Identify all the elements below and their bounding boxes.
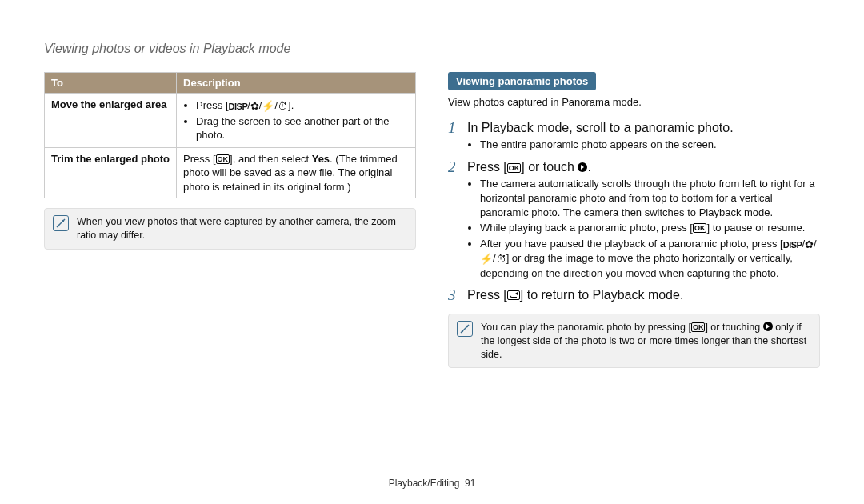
left-note-text: When you view photos that were captured … — [77, 215, 407, 242]
step-3: Press [] to return to Playback mode. — [448, 286, 820, 304]
table-header-description: Description — [177, 72, 416, 94]
table-row: Move the enlarged area Press [DISP/✿/⚡/⏱… — [45, 94, 416, 148]
ok-icon: OK — [216, 154, 230, 164]
step-2-sub-3: After you have paused the playback of a … — [480, 237, 820, 281]
footer-page-number: 91 — [465, 478, 475, 489]
steps-list: In Playback mode, scroll to a panoramic … — [448, 119, 820, 304]
step-1-sub: The entire panoramic photo appears on th… — [480, 138, 820, 152]
flash-icon: ⚡ — [262, 99, 274, 114]
step-1: In Playback mode, scroll to a panoramic … — [448, 119, 820, 152]
step-2-sub-2: While playing back a panoramic photo, pr… — [480, 221, 820, 235]
step-2-sub-1: The camera automatically scrolls through… — [480, 177, 820, 219]
play-icon — [578, 162, 587, 172]
note-icon — [53, 215, 69, 231]
step-2: Press [OK] or touch . The camera automat… — [448, 158, 820, 280]
table-header-to: To — [45, 72, 177, 94]
row-desc-move: Press [DISP/✿/⚡/⏱]. Drag the screen to s… — [177, 94, 416, 148]
table-row: Trim the enlarged photo Press [OK], and … — [45, 147, 416, 198]
flash-icon: ⚡ — [480, 252, 493, 266]
page-footer: Playback/Editing 91 — [0, 477, 864, 490]
svg-point-2 — [62, 220, 64, 222]
ok-icon: OK — [507, 163, 522, 173]
macro-icon: ✿ — [805, 238, 814, 252]
svg-point-1 — [58, 225, 59, 226]
svg-point-4 — [462, 330, 463, 332]
back-icon — [507, 290, 520, 300]
two-column-layout: To Description Move the enlarged area Pr… — [44, 72, 820, 369]
row-move-bullet-2: Drag the screen to see another part of t… — [196, 114, 409, 142]
play-icon — [763, 322, 773, 331]
section-subtext: View photos captured in Panorama mode. — [448, 95, 820, 110]
row-move-bullet-1: Press [DISP/✿/⚡/⏱]. — [196, 98, 409, 114]
left-note: When you view photos that were captured … — [44, 208, 416, 250]
step-3-text: Press [] to return to Playback mode. — [467, 286, 820, 304]
page-title: Viewing photos or videos in Playback mod… — [44, 40, 820, 58]
note-icon — [457, 321, 473, 337]
timer-icon: ⏱ — [278, 99, 288, 114]
right-note: You can play the panoramic photo by pres… — [448, 314, 820, 369]
ok-icon: OK — [693, 223, 707, 233]
left-column: To Description Move the enlarged area Pr… — [44, 72, 416, 369]
actions-table: To Description Move the enlarged area Pr… — [44, 72, 416, 199]
step-1-text: In Playback mode, scroll to a panoramic … — [467, 119, 820, 137]
timer-icon: ⏱ — [496, 252, 506, 266]
disp-icon: DISP — [783, 239, 802, 251]
row-label-move: Move the enlarged area — [45, 94, 177, 148]
row-desc-trim: Press [OK], and then select Yes. (The tr… — [177, 147, 416, 198]
svg-point-5 — [466, 326, 468, 327]
manual-page: Viewing photos or videos in Playback mod… — [0, 0, 864, 504]
macro-icon: ✿ — [250, 99, 259, 114]
row-label-trim: Trim the enlarged photo — [45, 147, 177, 198]
footer-section: Playback/Editing — [389, 478, 460, 489]
right-column: Viewing panoramic photos View photos cap… — [448, 72, 820, 369]
section-heading: Viewing panoramic photos — [448, 72, 596, 91]
ok-icon: OK — [691, 322, 706, 332]
step-2-text: Press [OK] or touch . — [467, 158, 820, 176]
right-note-text: You can play the panoramic photo by pres… — [481, 321, 811, 362]
disp-icon: DISP — [229, 101, 248, 113]
